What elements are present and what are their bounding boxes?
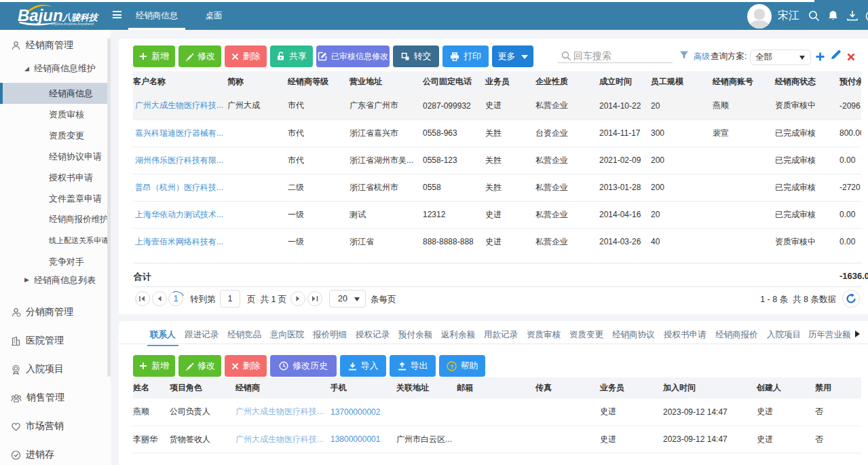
svg-text:?: ?: [449, 363, 453, 370]
svg-text:八骏科技: 八骏科技: [62, 12, 99, 22]
svg-text:Anyone,Anytime,Anywhere!: Anyone,Anytime,Anywhere!: [51, 22, 94, 26]
